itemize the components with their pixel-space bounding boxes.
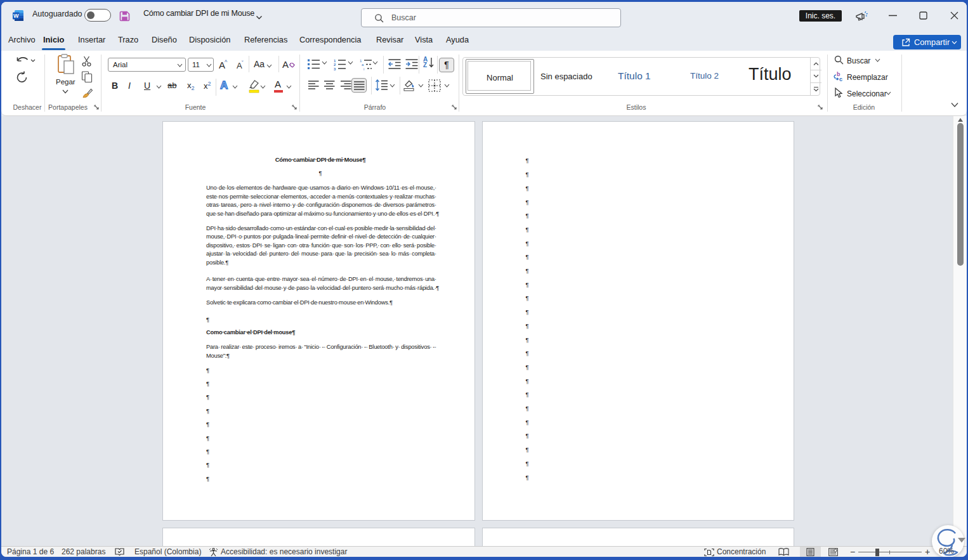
svg-text:2: 2 xyxy=(334,63,336,67)
svg-text:W: W xyxy=(13,13,19,19)
svg-text:3: 3 xyxy=(334,67,336,71)
svg-text:c: c xyxy=(839,76,842,82)
svg-text:i: i xyxy=(363,67,364,71)
svg-text:1: 1 xyxy=(334,59,336,63)
svg-text:1: 1 xyxy=(360,59,362,63)
svg-text:a: a xyxy=(362,63,364,67)
